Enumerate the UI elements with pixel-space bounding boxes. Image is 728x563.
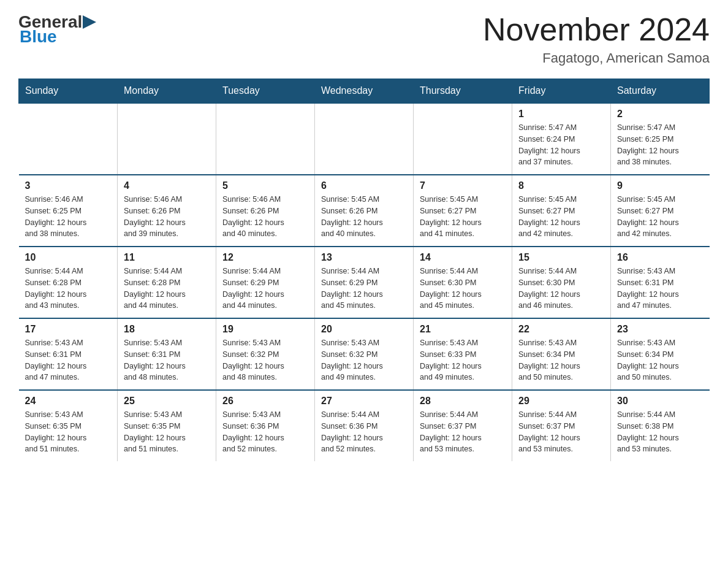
day-number: 8 <box>518 180 604 191</box>
day-number: 30 <box>617 396 703 407</box>
day-number: 5 <box>222 180 308 191</box>
day-sun-info: Sunrise: 5:44 AM Sunset: 6:30 PM Dayligh… <box>518 266 604 312</box>
day-header-thursday: Thursday <box>414 79 512 104</box>
day-header-wednesday: Wednesday <box>315 79 414 104</box>
calendar-cell: 6Sunrise: 5:45 AM Sunset: 6:26 PM Daylig… <box>315 175 414 247</box>
calendar-week-row: 17Sunrise: 5:43 AM Sunset: 6:31 PM Dayli… <box>19 318 710 390</box>
calendar-cell: 3Sunrise: 5:46 AM Sunset: 6:25 PM Daylig… <box>19 175 118 247</box>
day-number: 25 <box>124 396 210 407</box>
calendar-cell: 23Sunrise: 5:43 AM Sunset: 6:34 PM Dayli… <box>611 318 710 390</box>
logo: General Blue <box>18 12 97 47</box>
calendar-week-row: 24Sunrise: 5:43 AM Sunset: 6:35 PM Dayli… <box>19 390 710 461</box>
calendar-cell <box>414 103 512 175</box>
day-header-friday: Friday <box>512 79 611 104</box>
day-number: 13 <box>321 252 407 263</box>
calendar-cell: 7Sunrise: 5:45 AM Sunset: 6:27 PM Daylig… <box>414 175 512 247</box>
day-sun-info: Sunrise: 5:43 AM Sunset: 6:31 PM Dayligh… <box>25 337 112 383</box>
calendar-cell: 29Sunrise: 5:44 AM Sunset: 6:37 PM Dayli… <box>512 390 611 461</box>
day-sun-info: Sunrise: 5:46 AM Sunset: 6:26 PM Dayligh… <box>124 194 210 240</box>
day-sun-info: Sunrise: 5:47 AM Sunset: 6:24 PM Dayligh… <box>518 122 604 168</box>
calendar-cell: 2Sunrise: 5:47 AM Sunset: 6:25 PM Daylig… <box>611 103 710 175</box>
calendar-cell: 22Sunrise: 5:43 AM Sunset: 6:34 PM Dayli… <box>512 318 611 390</box>
day-sun-info: Sunrise: 5:43 AM Sunset: 6:36 PM Dayligh… <box>222 409 308 455</box>
day-sun-info: Sunrise: 5:43 AM Sunset: 6:31 PM Dayligh… <box>124 337 210 383</box>
calendar-cell: 28Sunrise: 5:44 AM Sunset: 6:37 PM Dayli… <box>414 390 512 461</box>
calendar-cell <box>118 103 216 175</box>
day-number: 7 <box>420 180 506 191</box>
logo-blue-text: Blue <box>20 27 57 46</box>
day-number: 9 <box>617 180 703 191</box>
day-sun-info: Sunrise: 5:43 AM Sunset: 6:32 PM Dayligh… <box>222 337 308 383</box>
calendar-cell: 14Sunrise: 5:44 AM Sunset: 6:30 PM Dayli… <box>414 247 512 318</box>
day-number: 16 <box>617 252 703 263</box>
calendar-cell: 8Sunrise: 5:45 AM Sunset: 6:27 PM Daylig… <box>512 175 611 247</box>
day-number: 24 <box>25 396 112 407</box>
calendar-cell <box>315 103 414 175</box>
calendar-cell: 11Sunrise: 5:44 AM Sunset: 6:28 PM Dayli… <box>118 247 216 318</box>
day-number: 1 <box>518 109 604 120</box>
day-sun-info: Sunrise: 5:44 AM Sunset: 6:38 PM Dayligh… <box>617 409 703 455</box>
day-number: 4 <box>124 180 210 191</box>
day-sun-info: Sunrise: 5:45 AM Sunset: 6:27 PM Dayligh… <box>617 194 703 240</box>
calendar-cell: 16Sunrise: 5:43 AM Sunset: 6:31 PM Dayli… <box>611 247 710 318</box>
calendar-week-row: 10Sunrise: 5:44 AM Sunset: 6:28 PM Dayli… <box>19 247 710 318</box>
day-number: 21 <box>420 324 506 335</box>
day-number: 15 <box>518 252 604 263</box>
calendar-cell: 10Sunrise: 5:44 AM Sunset: 6:28 PM Dayli… <box>19 247 118 318</box>
day-sun-info: Sunrise: 5:45 AM Sunset: 6:27 PM Dayligh… <box>518 194 604 240</box>
day-sun-info: Sunrise: 5:46 AM Sunset: 6:25 PM Dayligh… <box>25 194 112 240</box>
day-number: 2 <box>617 109 703 120</box>
calendar-table: SundayMondayTuesdayWednesdayThursdayFrid… <box>18 79 710 461</box>
day-sun-info: Sunrise: 5:44 AM Sunset: 6:37 PM Dayligh… <box>420 409 506 455</box>
day-header-monday: Monday <box>118 79 216 104</box>
svg-marker-0 <box>83 15 96 29</box>
day-number: 28 <box>420 396 506 407</box>
day-sun-info: Sunrise: 5:43 AM Sunset: 6:33 PM Dayligh… <box>420 337 506 383</box>
calendar-header-row: SundayMondayTuesdayWednesdayThursdayFrid… <box>19 79 710 104</box>
day-number: 29 <box>518 396 604 407</box>
day-sun-info: Sunrise: 5:44 AM Sunset: 6:28 PM Dayligh… <box>25 266 112 312</box>
location-subtitle: Fagatogo, American Samoa <box>483 50 710 66</box>
day-sun-info: Sunrise: 5:47 AM Sunset: 6:25 PM Dayligh… <box>617 122 703 168</box>
calendar-cell <box>216 103 315 175</box>
day-sun-info: Sunrise: 5:43 AM Sunset: 6:34 PM Dayligh… <box>518 337 604 383</box>
day-sun-info: Sunrise: 5:43 AM Sunset: 6:31 PM Dayligh… <box>617 266 703 312</box>
calendar-cell <box>19 103 118 175</box>
day-sun-info: Sunrise: 5:43 AM Sunset: 6:34 PM Dayligh… <box>617 337 703 383</box>
calendar-cell: 9Sunrise: 5:45 AM Sunset: 6:27 PM Daylig… <box>611 175 710 247</box>
calendar-cell: 25Sunrise: 5:43 AM Sunset: 6:35 PM Dayli… <box>118 390 216 461</box>
day-number: 6 <box>321 180 407 191</box>
calendar-cell: 13Sunrise: 5:44 AM Sunset: 6:29 PM Dayli… <box>315 247 414 318</box>
title-block: November 2024 Fagatogo, American Samoa <box>483 12 710 66</box>
day-number: 18 <box>124 324 210 335</box>
page-header: General Blue November 2024 Fagatogo, Ame… <box>18 12 710 66</box>
calendar-cell: 12Sunrise: 5:44 AM Sunset: 6:29 PM Dayli… <box>216 247 315 318</box>
calendar-cell: 30Sunrise: 5:44 AM Sunset: 6:38 PM Dayli… <box>611 390 710 461</box>
day-header-tuesday: Tuesday <box>216 79 315 104</box>
day-sun-info: Sunrise: 5:44 AM Sunset: 6:37 PM Dayligh… <box>518 409 604 455</box>
calendar-cell: 4Sunrise: 5:46 AM Sunset: 6:26 PM Daylig… <box>118 175 216 247</box>
day-number: 10 <box>25 252 112 263</box>
day-sun-info: Sunrise: 5:45 AM Sunset: 6:27 PM Dayligh… <box>420 194 506 240</box>
month-year-title: November 2024 <box>483 12 710 47</box>
calendar-week-row: 1Sunrise: 5:47 AM Sunset: 6:24 PM Daylig… <box>19 103 710 175</box>
day-number: 3 <box>25 180 112 191</box>
day-sun-info: Sunrise: 5:45 AM Sunset: 6:26 PM Dayligh… <box>321 194 407 240</box>
day-number: 22 <box>518 324 604 335</box>
day-number: 19 <box>222 324 308 335</box>
day-number: 20 <box>321 324 407 335</box>
day-number: 14 <box>420 252 506 263</box>
calendar-week-row: 3Sunrise: 5:46 AM Sunset: 6:25 PM Daylig… <box>19 175 710 247</box>
day-number: 27 <box>321 396 407 407</box>
day-number: 17 <box>25 324 112 335</box>
calendar-cell: 5Sunrise: 5:46 AM Sunset: 6:26 PM Daylig… <box>216 175 315 247</box>
day-sun-info: Sunrise: 5:43 AM Sunset: 6:35 PM Dayligh… <box>25 409 112 455</box>
calendar-cell: 19Sunrise: 5:43 AM Sunset: 6:32 PM Dayli… <box>216 318 315 390</box>
calendar-cell: 24Sunrise: 5:43 AM Sunset: 6:35 PM Dayli… <box>19 390 118 461</box>
calendar-cell: 15Sunrise: 5:44 AM Sunset: 6:30 PM Dayli… <box>512 247 611 318</box>
day-number: 12 <box>222 252 308 263</box>
day-sun-info: Sunrise: 5:44 AM Sunset: 6:29 PM Dayligh… <box>321 266 407 312</box>
day-number: 23 <box>617 324 703 335</box>
calendar-cell: 1Sunrise: 5:47 AM Sunset: 6:24 PM Daylig… <box>512 103 611 175</box>
calendar-cell: 20Sunrise: 5:43 AM Sunset: 6:32 PM Dayli… <box>315 318 414 390</box>
